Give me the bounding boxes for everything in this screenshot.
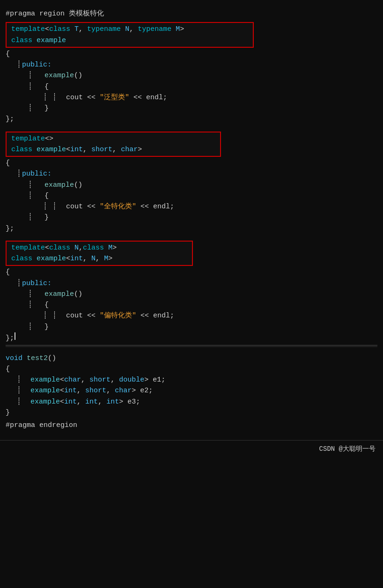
brace-open-3: { <box>6 267 377 278</box>
public-2: ┊ public: <box>6 169 377 179</box>
inner-brace-open-3: ┊ { <box>6 300 377 310</box>
bottom-bar: CSDN @大聪明一号 <box>0 440 383 458</box>
pragma-end-line: #pragma endregion <box>6 420 377 431</box>
class-line-1: class example <box>11 35 248 46</box>
pragma-start-text: #pragma region 类模板特化 <box>6 8 104 19</box>
cout-line-1: ┊ ┊ cout << "泛型类" << endl; <box>6 92 377 103</box>
constructor-2: ┊ example() <box>6 180 377 191</box>
pragma-end-text: #pragma endregion <box>6 420 77 431</box>
public-1: ┊ public: <box>6 59 377 70</box>
inner-brace-open-2: ┊ { <box>6 191 377 201</box>
template-block-1: template<class T, typename N, typename M… <box>6 22 254 48</box>
test2-brace-close: } <box>6 407 377 418</box>
test2-line-3: ┊ example<int, int, int> e3; <box>6 397 377 407</box>
code-editor: #pragma region 类模板特化 template<class T, t… <box>0 5 383 437</box>
brace-close-2: }; <box>6 223 377 234</box>
constructor-3: ┊ example() <box>6 289 377 300</box>
brace-close-3: }; <box>6 332 377 345</box>
inner-brace-close-1: ┊ } <box>6 103 377 114</box>
class-line-2: class example<int, short, char> <box>11 144 215 155</box>
brace-close-1: }; <box>6 114 377 125</box>
inner-brace-open-1: ┊ { <box>6 81 377 92</box>
test2-signature: void test2() <box>6 353 377 364</box>
watermark: CSDN @大聪明一号 <box>319 444 376 455</box>
public-3: ┊ public: <box>6 278 377 289</box>
brace-open-1: { <box>6 49 377 59</box>
kw-template: template <box>11 24 45 35</box>
test2-brace-open: { <box>6 364 377 375</box>
inner-brace-close-3: ┊ } <box>6 322 377 332</box>
constructor-1: ┊ example() <box>6 70 377 81</box>
cursor <box>15 332 15 340</box>
template-line-1: template<class T, typename N, typename M… <box>11 24 248 35</box>
class-line-3: class example<int, N, M> <box>11 253 187 264</box>
cout-line-3: ┊ ┊ cout << "偏特化类" << endl; <box>6 310 377 321</box>
template-block-3: template<class N,class M> class example<… <box>6 241 193 266</box>
inner-brace-close-2: ┊ } <box>6 212 377 223</box>
template-block-2: template<> class example<int, short, cha… <box>6 132 221 157</box>
template-line-3: template<class N,class M> <box>11 243 187 253</box>
pragma-start-line: #pragma region 类模板特化 <box>6 8 377 19</box>
test2-line-1: ┊ example<char, short, double> e1; <box>6 375 377 385</box>
cout-line-2: ┊ ┊ cout << "全特化类" << endl; <box>6 201 377 212</box>
brace-open-2: { <box>6 158 377 169</box>
test2-line-2: ┊ example<int, short, char> e2; <box>6 385 377 396</box>
kw-class-1: class <box>11 35 32 46</box>
template-line-2: template<> <box>11 133 215 144</box>
